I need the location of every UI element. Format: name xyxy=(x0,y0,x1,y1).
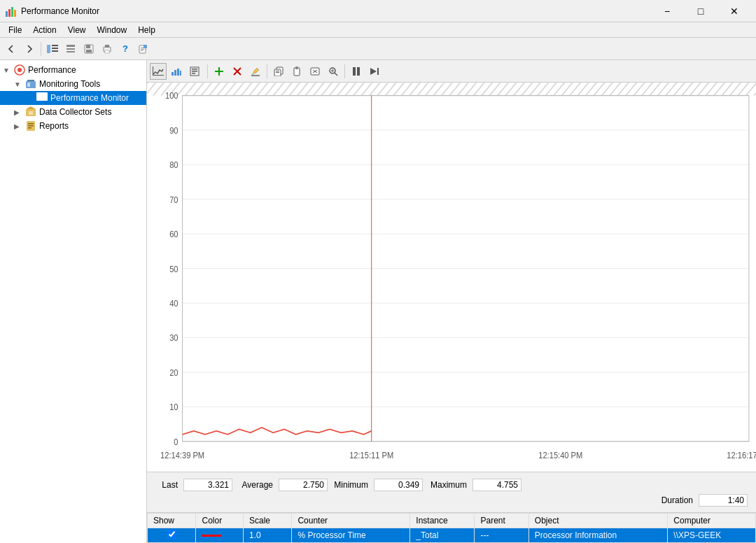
content-area: 100 90 80 70 60 50 40 xyxy=(147,60,756,543)
svg-text:30: 30 xyxy=(169,332,178,343)
window-controls: − □ ✕ xyxy=(651,0,750,22)
tree-toggle-reports[interactable]: ▶ xyxy=(14,122,25,130)
svg-text:80: 80 xyxy=(169,160,178,170)
col-object: Object xyxy=(528,514,668,528)
svg-rect-25 xyxy=(27,80,34,81)
sidebar-label-performance: Performance xyxy=(28,65,76,75)
menu-action[interactable]: Action xyxy=(27,24,62,36)
svg-rect-2 xyxy=(11,7,13,17)
row-show[interactable] xyxy=(148,528,196,543)
paste-counter-button[interactable] xyxy=(288,63,305,80)
menu-help[interactable]: Help xyxy=(132,24,161,36)
sidebar-label-reports: Reports xyxy=(39,121,69,131)
close-button[interactable]: ✕ xyxy=(718,0,750,22)
row-color xyxy=(196,528,243,543)
sidebar-item-performance-monitor[interactable]: ▶ Performance Monitor xyxy=(0,91,146,105)
menu-window[interactable]: Window xyxy=(92,24,133,36)
view-histogram-button[interactable] xyxy=(168,63,185,80)
svg-text:50: 50 xyxy=(169,264,178,274)
delete-counter-button[interactable] xyxy=(229,63,246,80)
svg-rect-27 xyxy=(36,92,48,101)
pause-button[interactable] xyxy=(348,63,365,80)
svg-rect-43 xyxy=(192,71,197,72)
highlight-button[interactable] xyxy=(247,63,264,80)
sidebar-item-reports[interactable]: ▶ Reports xyxy=(0,119,146,133)
sidebar-label-data-collector: Data Collector Sets xyxy=(39,107,111,117)
svg-rect-38 xyxy=(174,70,176,76)
title-bar: Performance Monitor − □ ✕ xyxy=(0,0,756,22)
sidebar-item-performance[interactable]: ▼ Performance xyxy=(0,63,146,77)
forward-button[interactable] xyxy=(21,41,38,57)
svg-text:12:14:39 PM: 12:14:39 PM xyxy=(160,450,204,460)
maximum-value: 4.755 xyxy=(472,479,522,491)
svg-rect-32 xyxy=(28,123,34,125)
add-counter-button[interactable] xyxy=(211,63,227,80)
next-frame-button[interactable] xyxy=(366,63,383,80)
scroll-down-button[interactable] xyxy=(325,63,342,80)
svg-rect-56 xyxy=(295,66,298,69)
maximum-label: Maximum xyxy=(428,480,467,490)
clear-display-button[interactable] xyxy=(307,63,323,80)
open-logfile-button[interactable] xyxy=(135,41,152,57)
sidebar-label-perf-monitor: Performance Monitor xyxy=(50,93,129,103)
show-checkbox[interactable] xyxy=(167,530,176,539)
chart-container[interactable]: 100 90 80 70 60 50 40 xyxy=(147,83,756,472)
back-button[interactable] xyxy=(3,41,20,57)
performance-monitor-icon xyxy=(36,92,48,104)
minimize-button[interactable]: − xyxy=(651,0,683,22)
up-button[interactable] xyxy=(62,41,79,57)
show-action-pane-button[interactable] xyxy=(44,41,61,57)
svg-rect-36 xyxy=(153,66,153,76)
row-scale: 1.0 xyxy=(243,528,291,543)
counter-table-container: Show Color Scale Counter Instance Parent… xyxy=(147,512,756,543)
monitoring-tools-icon xyxy=(25,78,36,90)
svg-rect-12 xyxy=(86,45,90,48)
table-row[interactable]: 1.0 % Processor Time _Total --- Processo… xyxy=(148,528,756,543)
row-parent: --- xyxy=(475,528,528,543)
menu-view[interactable]: View xyxy=(62,24,92,36)
row-counter: % Processor Time xyxy=(292,528,410,543)
tree-toggle-data-collector[interactable]: ▶ xyxy=(14,108,25,116)
svg-rect-65 xyxy=(357,67,360,76)
svg-rect-69 xyxy=(147,83,756,96)
svg-rect-8 xyxy=(66,45,75,47)
copy-properties-button[interactable] xyxy=(270,63,287,80)
svg-rect-35 xyxy=(153,75,164,76)
col-scale: Scale xyxy=(243,514,291,528)
svg-rect-40 xyxy=(180,71,181,76)
sidebar-item-data-collector-sets[interactable]: ▶ Data Collector Sets xyxy=(0,105,146,119)
tree-toggle-monitoring[interactable]: ▼ xyxy=(14,80,25,88)
svg-rect-20 xyxy=(141,50,143,51)
save-settings-button[interactable] xyxy=(80,41,97,57)
svg-marker-49 xyxy=(252,68,259,75)
svg-text:60: 60 xyxy=(169,229,178,239)
svg-rect-30 xyxy=(29,111,33,115)
sidebar-label-monitoring-tools: Monitoring Tools xyxy=(39,79,100,89)
svg-rect-54 xyxy=(276,72,279,73)
row-computer: \\XPS-GEEK xyxy=(668,528,756,543)
view-report-button[interactable] xyxy=(186,63,203,80)
svg-text:100: 100 xyxy=(165,90,178,101)
menu-file[interactable]: File xyxy=(3,24,27,36)
view-graph-button[interactable] xyxy=(150,63,167,80)
menu-bar: File Action View Window Help xyxy=(0,22,756,38)
svg-rect-42 xyxy=(192,69,197,70)
average-value: 2.750 xyxy=(279,479,328,491)
window-title: Performance Monitor xyxy=(21,6,651,16)
minimum-value: 0.349 xyxy=(374,479,423,491)
row-instance: _Total xyxy=(410,528,475,543)
sidebar-item-monitoring-tools[interactable]: ▼ Monitoring Tools xyxy=(0,77,146,91)
tree-toggle-performance[interactable]: ▼ xyxy=(3,66,14,74)
counter-table: Show Color Scale Counter Instance Parent… xyxy=(147,513,756,543)
svg-rect-44 xyxy=(192,73,195,74)
col-show: Show xyxy=(148,514,196,528)
last-value: 3.321 xyxy=(183,479,232,491)
svg-rect-19 xyxy=(141,49,144,50)
svg-rect-34 xyxy=(28,127,31,129)
help-button[interactable]: ? xyxy=(117,41,134,57)
sidebar: ▼ Performance ▼ Monitoring Tools xyxy=(0,60,147,543)
print-button[interactable] xyxy=(99,41,115,57)
col-color: Color xyxy=(196,514,243,528)
data-collector-icon xyxy=(25,106,36,118)
restore-button[interactable]: □ xyxy=(685,0,717,22)
